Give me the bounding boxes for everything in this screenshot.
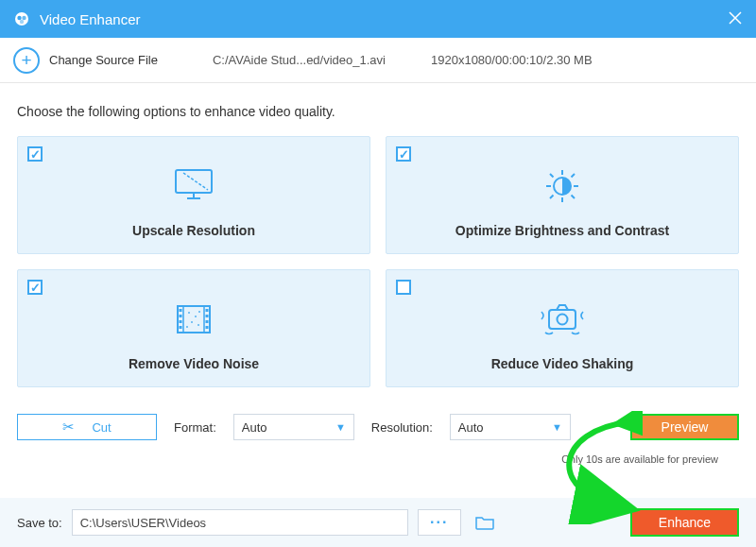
cut-button[interactable]: ✂ Cut [17,414,157,440]
add-icon[interactable]: + [13,47,40,74]
preview-button[interactable]: Preview [630,414,739,440]
save-path-input[interactable]: C:\Users\USER\Videos [72,509,408,536]
open-folder-button[interactable] [471,509,499,536]
svg-rect-16 [206,326,209,329]
svg-point-3 [20,20,24,24]
svg-point-17 [188,312,190,314]
option-cards: Upscale Resolution Optimize Brightness a… [17,136,739,387]
chevron-down-icon: ▼ [552,421,562,433]
svg-rect-11 [180,320,182,323]
svg-rect-10 [180,315,182,317]
card-label: Optimize Brightness and Contrast [455,223,669,238]
scissors-icon: ✂ [62,419,75,436]
card-reduce-shaking[interactable]: Reduce Video Shaking [386,269,739,387]
close-button[interactable] [728,10,743,28]
format-value: Auto [242,420,267,435]
checkbox-upscale[interactable] [27,146,43,162]
source-bar: + Change Source File C:/AVAide Stud...ed… [0,38,756,83]
svg-point-22 [186,326,188,328]
cut-label: Cut [92,420,111,435]
brightness-icon [536,164,589,208]
camera-shake-icon [536,298,589,341]
resolution-label: Resolution: [371,420,433,435]
enhance-button[interactable]: Enhance [630,508,739,537]
chevron-down-icon: ▼ [335,421,346,433]
svg-rect-12 [180,326,182,329]
svg-rect-23 [549,310,576,329]
card-label: Remove Video Noise [129,356,259,371]
app-logo-icon [13,10,30,27]
svg-point-19 [191,321,193,323]
resolution-value: Auto [458,420,484,435]
title-bar: Video Enhancer [0,0,756,38]
checkbox-brightness[interactable] [396,146,411,162]
footer-bar: Save to: C:\Users\USER\Videos ··· Enhanc… [0,498,756,547]
card-upscale-resolution[interactable]: Upscale Resolution [17,136,370,254]
card-label: Upscale Resolution [132,223,255,238]
svg-point-1 [17,16,21,20]
svg-rect-9 [180,309,182,312]
source-meta: 1920x1080/00:00:10/2.30 MB [431,53,593,67]
svg-rect-15 [206,320,209,323]
source-path: C:/AVAide Stud...ed/video_1.avi [213,53,386,67]
resolution-select[interactable]: Auto ▼ [450,414,571,440]
svg-point-24 [558,315,568,325]
checkbox-shaking[interactable] [396,280,411,295]
svg-rect-14 [206,315,209,317]
svg-point-2 [22,16,26,20]
svg-point-21 [198,311,200,313]
preview-note: Only 10s are available for preview [17,453,739,465]
card-label: Reduce Video Shaking [491,356,634,371]
app-title: Video Enhancer [40,11,140,27]
format-label: Format: [174,420,216,435]
svg-point-18 [195,316,197,317]
card-remove-noise[interactable]: Remove Video Noise [17,269,370,387]
film-noise-icon [167,298,220,341]
save-to-label: Save to: [17,516,62,530]
checkbox-noise[interactable] [27,280,43,295]
instruction-text: Choose the following options to enhance … [17,104,739,119]
card-brightness-contrast[interactable]: Optimize Brightness and Contrast [386,136,739,254]
controls-row: ✂ Cut Format: Auto ▼ Resolution: Auto ▼ … [17,414,739,450]
monitor-icon [167,164,220,208]
svg-rect-4 [176,170,212,193]
format-select[interactable]: Auto ▼ [233,414,354,440]
browse-button[interactable]: ··· [418,509,461,536]
svg-point-20 [198,324,199,326]
svg-rect-13 [206,309,209,312]
change-source-label[interactable]: Change Source File [49,53,158,67]
svg-rect-6 [178,306,210,333]
